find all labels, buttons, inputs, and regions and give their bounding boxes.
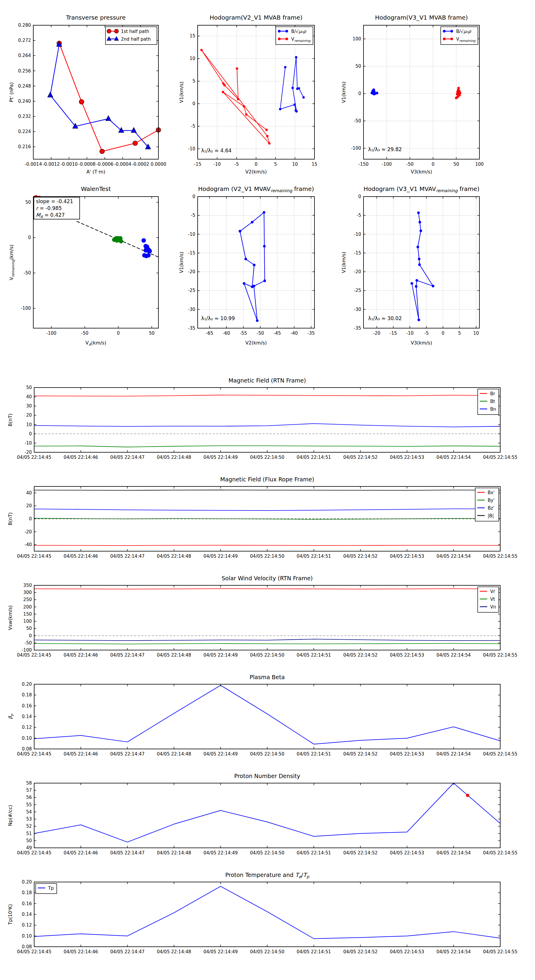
y-tick-label: 100 <box>353 36 361 41</box>
y-tick-label: 49 <box>26 845 32 851</box>
y-tick-label: -10 <box>188 146 196 151</box>
y-tick-label: -30 <box>354 307 361 312</box>
y-tick-label: 0.16 <box>22 901 32 906</box>
annotation: λ₁/λ₃ ≈ 29.82 <box>368 146 402 152</box>
x-tick-label: 04/05 22:14:54 <box>437 455 471 460</box>
x-tick-label: 04/05 22:14:50 <box>250 751 284 757</box>
plot-box <box>34 783 500 848</box>
series-2nd half path <box>48 41 151 149</box>
x-tick-label: 04/05 22:14:49 <box>204 455 238 460</box>
y-tick-label: -30 <box>188 307 196 312</box>
y-tick-label: 55 <box>26 802 32 807</box>
y-tick-label: -50 <box>24 270 31 275</box>
y-tick-label: 50 <box>26 626 32 631</box>
x-tick-label: 04/05 22:14:46 <box>64 751 98 757</box>
x-tick-label: 04/05 22:14:53 <box>390 554 424 559</box>
y-tick-label: 0 <box>29 633 32 638</box>
y-tick-label: -10 <box>354 232 361 237</box>
y-tick-label: 0.20 <box>22 879 32 885</box>
legend: B/√μ₀ρVremaining <box>441 27 478 45</box>
plot-title: Hodogram(V3_V1 MVAB frame) <box>375 14 468 21</box>
proton-number-density-plot: 04/05 22:14:4504/05 22:14:4604/05 22:14:… <box>0 768 535 867</box>
panel-hodogram-v2v1-mvab: -15-10-5051015-10-5051015Hodogram(V2_V1 … <box>178 0 354 178</box>
y-tick-label: -5 <box>191 213 195 218</box>
legend-label: Br <box>490 391 495 396</box>
x-tick-label: 5 <box>458 331 461 336</box>
x-axis-label: V2(km/s) <box>245 169 267 175</box>
series-cluster-green <box>112 236 123 243</box>
x-tick-label: -15 <box>194 162 201 167</box>
y-tick-label: 30 <box>26 403 32 409</box>
x-tick-label: 04/05 22:14:50 <box>250 554 284 559</box>
legend-label: Bt <box>490 399 495 404</box>
y-tick-label: 250 <box>23 597 32 602</box>
x-tick-label: 04/05 22:14:46 <box>64 850 98 856</box>
x-tick-label: 04/05 22:14:48 <box>157 652 191 658</box>
x-tick-label: 04/05 22:14:50 <box>250 949 284 955</box>
x-tick-label: 04/05 22:14:50 <box>250 455 284 460</box>
legend-label: B/√μ₀ρ <box>291 29 307 34</box>
x-tick-label: 100 <box>475 162 484 167</box>
hodogram-v3v1-mvab-plot: -150-100-50050100-100-50050100Hodogram(V… <box>342 0 535 178</box>
x-tick-label: -0.0006 <box>96 162 113 167</box>
annotation: λ₁/λ₃ ≈ 30.02 <box>368 315 402 321</box>
y-tick-label: -20 <box>188 269 196 274</box>
series-Vremaining <box>455 87 461 99</box>
hodogram-v2v1-mvab-plot: -15-10-5051015-10-5051015Hodogram(V2_V1 … <box>178 0 354 178</box>
x-tick-label: -35 <box>307 331 315 336</box>
x-tick-label: 04/05 22:14:48 <box>157 949 191 955</box>
series-beta <box>34 686 500 744</box>
y-tick-label: -100 <box>351 145 361 151</box>
y-tick-label: 20 <box>26 412 32 418</box>
panel-walen-test: -100-50050-100-50050WalenTestVA(km/s)Vre… <box>0 175 178 350</box>
x-tick-label: -60 <box>223 331 230 336</box>
y-axis-label: V1(km/s) <box>179 81 184 103</box>
x-tick-label: 04/05 22:14:47 <box>110 949 144 955</box>
x-axis-label: VA(km/s) <box>86 340 106 347</box>
x-tick-label: 04/05 22:14:48 <box>157 751 191 757</box>
legend-label: Vt <box>490 597 495 602</box>
x-tick-label: -10 <box>406 331 414 336</box>
y-tick-label: 10 <box>190 56 195 61</box>
legend-label: 1st half path <box>121 29 149 34</box>
y-tick-label: 0 <box>358 194 361 199</box>
figure-canvas: -0.0014-0.0012-0.0010-0.0008-0.0006-0.00… <box>0 0 535 980</box>
legend-label: 2nd half path <box>121 37 151 42</box>
x-tick-label: 0 <box>117 331 120 336</box>
x-tick-label: -65 <box>206 331 213 336</box>
y-tick-label: 0.20 <box>22 681 32 687</box>
stat-box: slope = -0.421r = -0.985MA = 0.427 <box>34 197 80 219</box>
x-tick-label: -15 <box>390 331 397 336</box>
legend-label: Bn <box>490 407 496 412</box>
y-tick-label: 20 <box>26 503 32 508</box>
series-Br <box>34 395 500 396</box>
x-tick-label: 04/05 22:14:48 <box>157 850 191 856</box>
y-tick-label: 5 <box>192 78 195 84</box>
x-tick-label: 04/05 22:14:52 <box>343 455 377 460</box>
plot-title: WalenTest <box>81 185 111 192</box>
x-tick-label: 10 <box>473 331 479 336</box>
solar-wind-velocity-plot: 04/05 22:14:4504/05 22:14:4604/05 22:14:… <box>0 571 535 669</box>
series-cluster-blue <box>142 238 152 258</box>
y-tick-label: -100 <box>22 648 32 653</box>
legend: BrBtBn <box>478 389 499 415</box>
y-tick-label: 54 <box>26 809 32 815</box>
y-axis-label: Pt' (nPa) <box>9 82 14 102</box>
x-tick-label: 04/05 22:14:47 <box>110 554 144 559</box>
series-B-alfven <box>371 89 378 95</box>
x-tick-label: -45 <box>273 331 281 336</box>
panel-proton-temperature: 04/05 22:14:4504/05 22:14:4604/05 22:14:… <box>0 867 535 966</box>
ticks: 04/05 22:14:4504/05 22:14:4604/05 22:14:… <box>17 681 517 757</box>
y-tick-label: -20 <box>354 269 361 274</box>
legend-label: Bz' <box>488 506 494 511</box>
hodogram-v2v1-mvav-plot: -65-60-55-50-45-40-35-35-30-25-20-15-10-… <box>178 175 354 350</box>
y-axis-label: V1(km/s) <box>179 251 184 273</box>
grid <box>364 25 479 159</box>
x-tick-label: 04/05 22:14:55 <box>483 751 517 757</box>
y-tick-label: 0.18 <box>22 890 32 896</box>
legend: VrVtVn <box>478 587 499 612</box>
y-tick-label: 0 <box>358 91 361 96</box>
y-tick-label: 200 <box>23 605 32 610</box>
x-tick-label: 04/05 22:14:55 <box>483 652 517 658</box>
y-axis-label: Tp(10⁵K) <box>8 904 13 925</box>
